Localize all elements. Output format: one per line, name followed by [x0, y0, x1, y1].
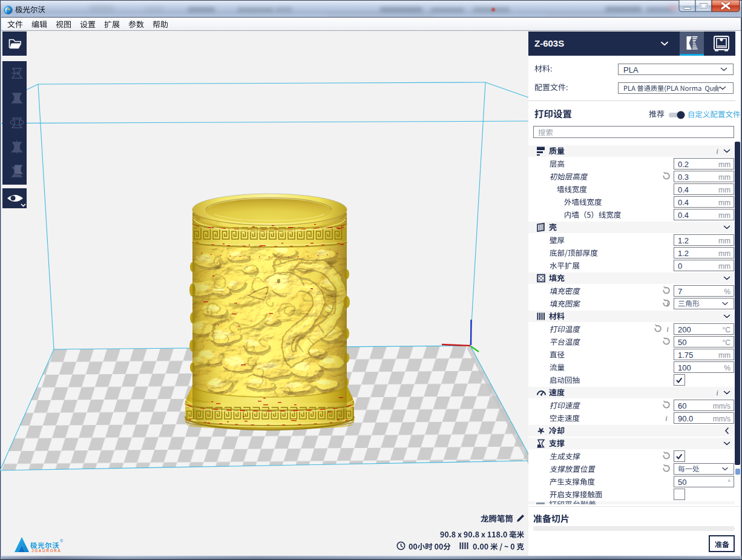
svg-text:i: i: [666, 299, 669, 308]
svg-text:i: i: [716, 388, 718, 397]
svg-text:i: i: [665, 413, 668, 423]
svg-text:i: i: [716, 147, 718, 156]
svg-text:i: i: [666, 324, 669, 334]
